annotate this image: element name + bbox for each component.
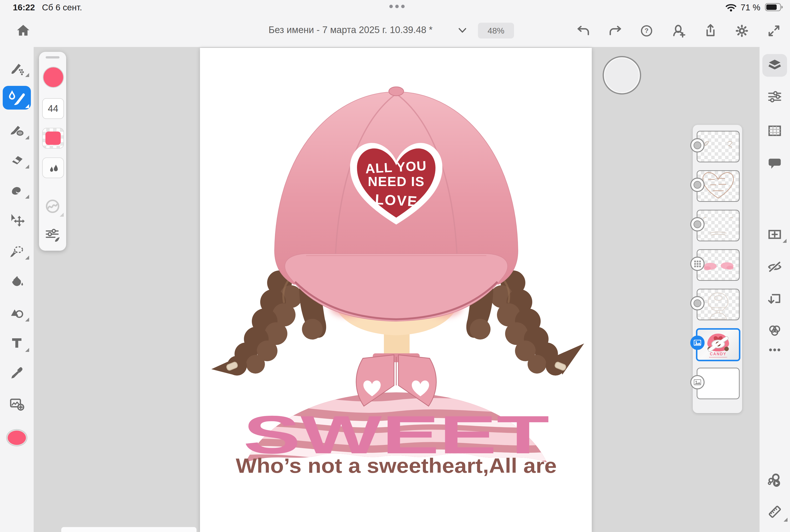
move-tool[interactable] xyxy=(0,208,34,232)
subtitle-text: Who’s not a sweetheart,All are xyxy=(236,454,557,477)
text-tool[interactable] xyxy=(0,331,34,355)
color-swatch[interactable] xyxy=(42,128,64,149)
add-account-icon[interactable] xyxy=(672,23,686,38)
layer-7-image-badge[interactable] xyxy=(690,375,704,390)
redo-icon[interactable] xyxy=(607,23,622,38)
chevron-down-icon[interactable] xyxy=(458,27,467,34)
ruler-icon[interactable] xyxy=(759,499,790,524)
brush-preview-circle xyxy=(603,56,641,95)
battery-icon xyxy=(765,3,783,12)
lasso-tool[interactable] xyxy=(0,239,34,263)
battery-percent: 71 % xyxy=(740,2,760,12)
document-title[interactable]: Без имени - 7 марта 2025 г. 10.39.48 * xyxy=(247,25,454,35)
dock-hint xyxy=(61,527,196,532)
fill-bucket-tool[interactable] xyxy=(0,269,34,294)
eyedropper-tool[interactable] xyxy=(0,361,34,385)
share-icon[interactable] xyxy=(703,23,718,38)
wifi-icon xyxy=(725,3,737,12)
status-time: 16:22 xyxy=(13,2,35,12)
shapes-tool[interactable] xyxy=(0,300,34,325)
layers-panel-button-selected[interactable] xyxy=(759,53,790,78)
undo-icon[interactable] xyxy=(576,23,591,38)
heart-text-line2: NEED IS xyxy=(368,174,425,189)
layer-5-opacity-badge[interactable] xyxy=(690,296,704,310)
layer-1-opacity-badge[interactable] xyxy=(690,138,704,152)
layer-3-opacity-badge[interactable] xyxy=(690,217,704,231)
status-date: Сб 6 сент. xyxy=(42,2,82,12)
drag-handle[interactable] xyxy=(46,56,59,58)
adjustments-icon[interactable] xyxy=(759,84,790,109)
water-flow-icon[interactable] xyxy=(42,157,64,178)
layer-6-image-badge-selected[interactable] xyxy=(690,336,704,350)
color-puck[interactable] xyxy=(0,425,34,450)
merge-down-icon[interactable] xyxy=(759,287,790,312)
color-preview[interactable] xyxy=(43,66,64,88)
comment-icon[interactable] xyxy=(759,151,790,176)
live-brush-tool-selected[interactable] xyxy=(0,86,34,111)
help-icon[interactable]: ? xyxy=(639,23,654,38)
app-window: 16:22 Сб 6 сент. 71 % Без имени - 7 март… xyxy=(0,0,790,532)
artwork: ALL YOU NEED IS LOVE SWEET Who’s not a s… xyxy=(200,48,592,532)
layer-4-pixel-badge[interactable] xyxy=(690,256,704,271)
eraser-tool[interactable] xyxy=(0,147,34,172)
brush-settings-icon[interactable] xyxy=(43,226,62,244)
smoothing-icon[interactable] xyxy=(43,197,62,216)
heart-text-line3: LOVE xyxy=(375,191,418,209)
canvas[interactable]: ALL YOU NEED IS LOVE SWEET Who’s not a s… xyxy=(200,48,592,532)
brush-size-value[interactable]: 44 xyxy=(42,98,64,119)
fullscreen-icon[interactable] xyxy=(767,23,782,38)
mixer-brush-tool[interactable] xyxy=(0,118,34,143)
hide-layer-eye-off-icon[interactable] xyxy=(759,255,790,279)
smudge-tool[interactable] xyxy=(0,177,34,202)
smoothing-options-indicator xyxy=(60,213,64,217)
settings-gear-icon[interactable] xyxy=(734,23,749,38)
home-icon[interactable] xyxy=(15,23,31,38)
multitask-dots-icon[interactable] xyxy=(389,4,405,8)
more-icon[interactable] xyxy=(759,338,790,362)
add-layer-icon[interactable] xyxy=(759,222,790,247)
place-image-tool[interactable] xyxy=(0,392,34,416)
svg-text:?: ? xyxy=(645,27,648,34)
layer-2-opacity-badge[interactable] xyxy=(690,178,704,192)
zoom-level-badge[interactable]: 48% xyxy=(478,23,514,38)
reference-label: CANDY xyxy=(710,352,727,356)
timelapse-icon[interactable] xyxy=(759,468,790,493)
grid-icon[interactable] xyxy=(759,118,790,143)
pixel-brush-tool[interactable] xyxy=(0,56,34,80)
